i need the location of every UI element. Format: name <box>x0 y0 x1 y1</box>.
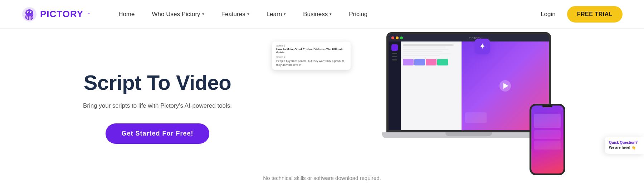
svg-point-1 <box>25 9 33 16</box>
content-line-1 <box>403 44 454 46</box>
nav-pricing[interactable]: Pricing <box>349 11 367 18</box>
navbar: PICTORY™ Home Who Uses Pictory ▾ Feature… <box>0 0 644 29</box>
nav-actions: Login FREE TRIAL <box>541 6 623 23</box>
laptop-base-notch <box>445 132 492 136</box>
nav-home[interactable]: Home <box>118 11 135 18</box>
hero-section: Script To Video Bring your scripts to li… <box>0 29 644 186</box>
quick-question-line2: We are here! 👋 <box>609 145 640 150</box>
free-trial-button[interactable]: FREE TRIAL <box>567 6 623 23</box>
phone-mockup <box>530 104 565 175</box>
scene2-label: Scene 2 <box>276 56 346 58</box>
quick-question-line1: Quick Question? <box>609 140 640 145</box>
thumbnail-strip <box>403 59 459 65</box>
thumb-3 <box>426 59 436 65</box>
content-line-2 <box>403 46 445 48</box>
svg-point-5 <box>31 12 31 13</box>
phone-content <box>531 111 564 152</box>
abstract-shape-1 <box>465 112 487 123</box>
content-line-5 <box>403 53 451 54</box>
content-panel <box>401 41 462 130</box>
play-triangle <box>503 83 508 89</box>
login-button[interactable]: Login <box>541 11 556 18</box>
nav-features[interactable]: Features ▾ <box>221 11 249 18</box>
who-uses-chevron: ▾ <box>202 12 204 16</box>
phone-card-3 <box>534 141 561 150</box>
close-dot <box>391 36 394 39</box>
hero-right: Scene 1 How to Make Great Product Videos… <box>250 29 601 186</box>
svg-point-4 <box>28 12 29 13</box>
play-button-overlay <box>499 80 511 92</box>
nav-learn[interactable]: Learn ▾ <box>267 11 286 18</box>
brand-name: PICTORY <box>40 9 83 20</box>
nav-links: Home Who Uses Pictory ▾ Features ▾ Learn… <box>118 11 541 18</box>
hero-left: Script To Video Bring your scripts to li… <box>64 71 250 143</box>
max-dot <box>400 36 403 39</box>
ai-badge: ✦ <box>474 39 490 54</box>
phone-screen <box>531 106 564 173</box>
hero-subtitle: Bring your scripts to life with Pictory'… <box>83 101 232 111</box>
content-line-3 <box>403 49 448 50</box>
quick-question-widget[interactable]: Quick Question? We are here! 👋 <box>605 137 644 154</box>
nav-who-uses[interactable]: Who Uses Pictory ▾ <box>152 11 204 18</box>
thumb-1 <box>403 59 414 65</box>
scene2-text: People buy from people, but they won't b… <box>276 59 346 67</box>
features-chevron: ▾ <box>247 12 249 16</box>
learn-chevron: ▾ <box>284 12 286 16</box>
script-overlay: Scene 1 How to Make Great Product Videos… <box>272 41 351 70</box>
sidebar-icon-1 <box>391 44 398 51</box>
no-tech-note: No technical skills or software download… <box>263 175 381 181</box>
business-chevron: ▾ <box>330 12 332 16</box>
laptop-screen: PICTORY <box>386 32 551 132</box>
screen-titlebar: PICTORY <box>389 34 549 41</box>
app-sidebar <box>389 41 401 130</box>
min-dot <box>396 36 399 39</box>
hero-title: Script To Video <box>84 71 231 95</box>
scene1-label: Scene 1 <box>276 44 346 47</box>
logo-icon <box>21 6 37 22</box>
content-line-6 <box>403 55 440 56</box>
get-started-button[interactable]: Get Started For Free! <box>106 123 209 144</box>
screen-content <box>389 41 549 130</box>
ai-sparkle-icon: ✦ <box>479 42 486 51</box>
thumb-4 <box>437 59 448 65</box>
sidebar-line-3 <box>392 59 397 60</box>
nav-business[interactable]: Business ▾ <box>303 11 332 18</box>
phone-card-2 <box>534 130 561 139</box>
thumb-2 <box>414 59 425 65</box>
logo[interactable]: PICTORY™ <box>21 6 90 22</box>
sidebar-line-1 <box>392 53 397 54</box>
scene1-text: How to Make Great Product Videos - The U… <box>276 48 346 54</box>
phone-card-1 <box>534 114 561 128</box>
sidebar-line-2 <box>392 56 397 57</box>
content-line-4 <box>403 51 443 52</box>
phone-notch <box>542 106 552 107</box>
screen-title-text: PICTORY <box>404 36 546 40</box>
brand-tm: ™ <box>86 12 90 16</box>
